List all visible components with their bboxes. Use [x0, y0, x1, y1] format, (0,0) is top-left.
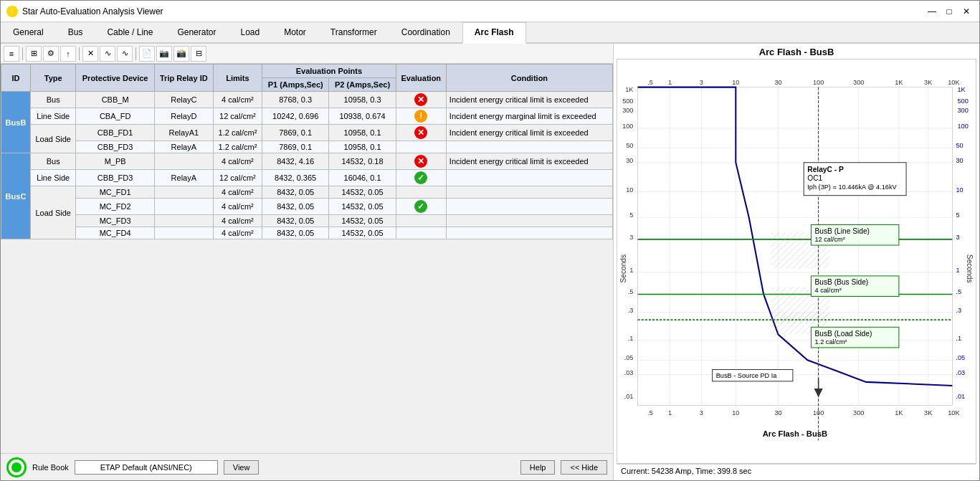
svg-text:12 cal/cm²: 12 cal/cm² — [815, 236, 845, 243]
svg-text:BusB (Line Side): BusB (Line Side) — [815, 227, 870, 235]
svg-text:100: 100 — [957, 123, 968, 130]
tab-cable-line[interactable]: Cable / Line — [95, 22, 165, 42]
svg-text:.3: .3 — [956, 307, 961, 314]
tab-load[interactable]: Load — [228, 22, 272, 42]
toolbar-btn-camera[interactable]: 📷 — [156, 46, 172, 62]
tab-generator[interactable]: Generator — [165, 22, 228, 42]
hide-button[interactable]: << Hide — [561, 460, 607, 475]
tab-motor[interactable]: Motor — [272, 22, 318, 42]
svg-text:500: 500 — [957, 97, 968, 105]
title-bar: ⭐ Star Auto-Evaluation Analysis Viewer —… — [1, 1, 979, 22]
protective-device-cell: CBB_M — [76, 92, 154, 108]
view-button[interactable]: View — [224, 460, 260, 475]
svg-text:10K: 10K — [948, 79, 960, 86]
type-cell: Load Side — [30, 125, 76, 153]
toolbar-btn-camera2[interactable]: 📸 — [173, 46, 189, 62]
toolbar-btn-wave2[interactable]: ∿ — [117, 46, 133, 62]
trip-relay-cell: RelayA — [154, 170, 213, 186]
svg-text:10K: 10K — [948, 409, 960, 416]
svg-text:.5: .5 — [956, 288, 961, 295]
type-cell: Bus — [30, 153, 76, 170]
tab-bus[interactable]: Bus — [56, 22, 95, 42]
p1-cell: 8432, 0.05 — [262, 227, 329, 239]
table-row: Line SideCBB_FD3RelayA12 cal/cm²8432, 0.… — [1, 170, 613, 186]
svg-text:.01: .01 — [956, 393, 965, 400]
evaluation-cell — [396, 215, 446, 227]
col-header-trip-relay: Trip Relay ID — [154, 65, 213, 92]
right-panel: Arc Flash - BusB Seconds Seconds .5 1 3 … — [614, 44, 979, 480]
evaluation-cell: ✕ — [396, 125, 446, 141]
svg-text:500: 500 — [622, 97, 633, 105]
evaluation-cell: ! — [396, 108, 446, 125]
window-controls: — □ ✕ — [925, 5, 974, 18]
type-cell: Line Side — [30, 108, 76, 125]
col-header-limits: Limits — [213, 65, 262, 92]
tab-general[interactable]: General — [1, 22, 56, 42]
protective-device-cell: MC_FD4 — [76, 227, 154, 239]
limits-cell: 4 cal/cm² — [213, 153, 262, 170]
protective-device-cell: MC_FD1 — [76, 186, 154, 199]
tab-coordination[interactable]: Coordination — [389, 22, 462, 42]
main-content: ≡ ⊞ ⚙ ↑ ✕ ∿ ∿ 📄 📷 📸 ⊟ — [1, 44, 979, 480]
toolbar-btn-table[interactable]: ⊟ — [191, 46, 206, 62]
svg-text:100: 100 — [813, 409, 824, 416]
evaluation-cell — [396, 186, 446, 199]
trip-relay-cell — [154, 186, 213, 199]
p1-cell: 8432, 0.05 — [262, 186, 329, 199]
table-row: BusBBusCBB_MRelayC4 cal/cm²8768, 0.31095… — [1, 92, 613, 108]
toolbar-btn-x[interactable]: ✕ — [82, 46, 98, 62]
col-header-p1: P1 (Amps,Sec) — [262, 78, 329, 92]
p1-cell: 10242, 0.696 — [262, 108, 329, 125]
protective-device-cell: CBB_FD1 — [76, 125, 154, 141]
evaluation-cell: ✕ — [396, 153, 446, 170]
svg-text:1: 1 — [956, 267, 959, 274]
tab-arc-flash[interactable]: Arc Flash — [462, 22, 526, 44]
p2-cell: 16046, 0.1 — [329, 170, 396, 186]
svg-text:1K: 1K — [895, 409, 903, 416]
tab-transformer[interactable]: Transformer — [318, 22, 389, 42]
chart-title: Arc Flash - BusB — [617, 47, 976, 57]
p1-cell: 8432, 0.05 — [262, 199, 329, 215]
svg-text:OC1: OC1 — [807, 174, 822, 182]
app-icon: ⭐ — [6, 6, 18, 17]
table-row: BusCBusM_PB4 cal/cm²8432, 4.1614532, 0.1… — [1, 153, 613, 170]
p1-cell: 8432, 0.365 — [262, 170, 329, 186]
condition-cell: Incident energy critical limit is exceed… — [446, 92, 612, 108]
type-cell: Bus — [30, 92, 76, 108]
limits-cell: 4 cal/cm² — [213, 186, 262, 199]
svg-text:4 cal/cm²: 4 cal/cm² — [815, 287, 842, 294]
evaluation-cell — [396, 227, 446, 239]
toolbar-btn-settings[interactable]: ⚙ — [43, 46, 59, 62]
svg-text:10: 10 — [956, 186, 963, 194]
data-table-container[interactable]: ID Type Protective Device Trip Relay ID … — [1, 64, 613, 453]
svg-text:1K: 1K — [957, 86, 966, 93]
limits-cell: 4 cal/cm² — [213, 215, 262, 227]
condition-cell: Incident energy marginal limit is exceed… — [446, 108, 612, 125]
toolbar-btn-doc[interactable]: 📄 — [139, 46, 155, 62]
toolbar-btn-grid[interactable]: ⊞ — [26, 46, 42, 62]
col-header-protective-device: Protective Device — [76, 65, 154, 92]
table-row: Line SideCBA_FDRelayD12 cal/cm²10242, 0.… — [1, 108, 613, 125]
condition-cell — [446, 215, 612, 227]
help-button[interactable]: Help — [520, 460, 556, 475]
svg-text:300: 300 — [622, 107, 633, 114]
eval-icon-red: ✕ — [414, 155, 427, 168]
table-row: MC_FD44 cal/cm²8432, 0.0514532, 0.05 — [1, 227, 613, 239]
minimize-button[interactable]: — — [925, 5, 939, 18]
trip-relay-cell: RelayC — [154, 92, 213, 108]
evaluation-cell: ✕ — [396, 92, 446, 108]
toolbar-btn-wave1[interactable]: ∿ — [100, 46, 115, 62]
toolbar-btn-up[interactable]: ↑ — [60, 46, 76, 62]
table-row: MC_FD34 cal/cm²8432, 0.0514532, 0.05 — [1, 215, 613, 227]
toolbar-btn-1[interactable]: ≡ — [4, 46, 19, 62]
p2-cell: 10958, 0.1 — [329, 141, 396, 153]
protective-device-cell: MC_FD3 — [76, 215, 154, 227]
maximize-button[interactable]: □ — [942, 5, 956, 18]
rule-book-value: ETAP Default (ANSI/NEC) — [75, 460, 218, 475]
svg-text:.05: .05 — [624, 354, 634, 361]
close-button[interactable]: ✕ — [959, 5, 974, 18]
p2-cell: 14532, 0.05 — [329, 186, 396, 199]
protective-device-cell: M_PB — [76, 153, 154, 170]
svg-text:Seconds: Seconds — [619, 254, 627, 283]
eval-icon-orange: ! — [414, 110, 427, 123]
